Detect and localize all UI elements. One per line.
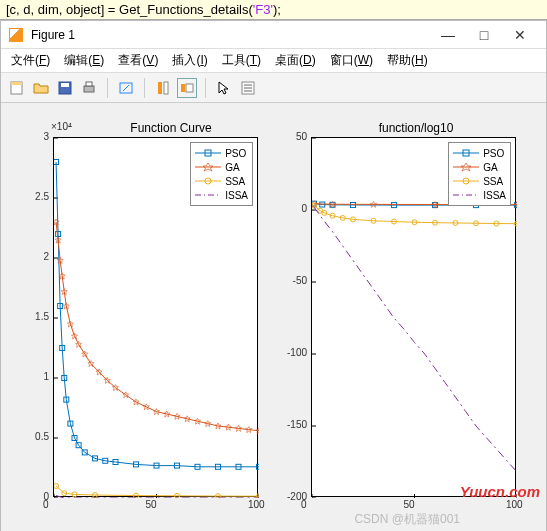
legend-row-ga: GA — [453, 160, 506, 174]
menu-help[interactable]: 帮助(H) — [387, 52, 428, 69]
plot-area: Function Curve ×10⁴ PSO GA SSA ISSA 00.5… — [1, 103, 546, 531]
menu-edit[interactable]: 编辑(E) — [64, 52, 104, 69]
new-figure-icon[interactable] — [7, 78, 27, 98]
toolbar-separator — [107, 78, 108, 98]
legend-row-pso: PSO — [195, 146, 248, 160]
svg-rect-5 — [86, 82, 92, 86]
legend-row-pso: PSO — [453, 146, 506, 160]
menu-desktop[interactable]: 桌面(D) — [275, 52, 316, 69]
toolbar-separator — [205, 78, 206, 98]
maximize-button[interactable]: □ — [466, 21, 502, 49]
window-title: Figure 1 — [31, 28, 430, 42]
menu-file[interactable]: 文件(F) — [11, 52, 50, 69]
legend-row-issa: ISSA — [453, 188, 506, 202]
chart1-legend[interactable]: PSO GA SSA ISSA — [190, 142, 253, 206]
watermark-csdn: CSDN @机器猫001 — [354, 511, 460, 528]
chart2-legend[interactable]: PSO GA SSA ISSA — [448, 142, 511, 206]
svg-rect-4 — [84, 86, 94, 92]
link-icon[interactable] — [116, 78, 136, 98]
menu-view[interactable]: 查看(V) — [118, 52, 158, 69]
menu-window[interactable]: 窗口(W) — [330, 52, 373, 69]
pointer-icon[interactable] — [214, 78, 234, 98]
svg-rect-9 — [181, 84, 185, 92]
chart1-axes[interactable]: PSO GA SSA ISSA — [53, 137, 258, 497]
chart1-title: Function Curve — [91, 121, 251, 135]
svg-rect-8 — [164, 82, 168, 94]
svg-rect-7 — [158, 82, 162, 94]
menu-tools[interactable]: 工具(T) — [222, 52, 261, 69]
menu-insert[interactable]: 插入(I) — [172, 52, 207, 69]
close-button[interactable]: ✕ — [502, 21, 538, 49]
layout1-icon[interactable] — [153, 78, 173, 98]
toolbar — [1, 73, 546, 103]
menu-bar: 文件(F) 编辑(E) 查看(V) 插入(I) 工具(T) 桌面(D) 窗口(W… — [1, 49, 546, 73]
watermark-site: Yuucn.com — [460, 483, 540, 500]
properties-icon[interactable] — [238, 78, 258, 98]
svg-rect-10 — [186, 84, 193, 92]
chart1-ymult: ×10⁴ — [51, 121, 72, 132]
legend-row-issa: ISSA — [195, 188, 248, 202]
chart2-axes[interactable]: PSO GA SSA ISSA — [311, 137, 516, 497]
minimize-button[interactable]: — — [430, 21, 466, 49]
legend-row-ssa: SSA — [453, 174, 506, 188]
print-icon[interactable] — [79, 78, 99, 98]
svg-rect-1 — [11, 82, 22, 85]
toolbar-separator — [144, 78, 145, 98]
layout2-icon[interactable] — [177, 78, 197, 98]
chart2-title: function/log10 — [341, 121, 491, 135]
code-line: [c, d, dim, object] = Get_Functions_deta… — [0, 0, 547, 20]
save-icon[interactable] — [55, 78, 75, 98]
open-icon[interactable] — [31, 78, 51, 98]
code-arg: 'F3' — [253, 2, 273, 17]
title-bar[interactable]: Figure 1 — □ ✕ — [1, 21, 546, 49]
code-post: ); — [273, 2, 281, 17]
figure-window: Figure 1 — □ ✕ 文件(F) 编辑(E) 查看(V) 插入(I) 工… — [0, 20, 547, 531]
matlab-icon — [9, 28, 23, 42]
code-pre: [c, d, dim, object] = Get_Functions_deta… — [6, 2, 253, 17]
svg-rect-3 — [61, 83, 69, 87]
legend-row-ga: GA — [195, 160, 248, 174]
legend-row-ssa: SSA — [195, 174, 248, 188]
